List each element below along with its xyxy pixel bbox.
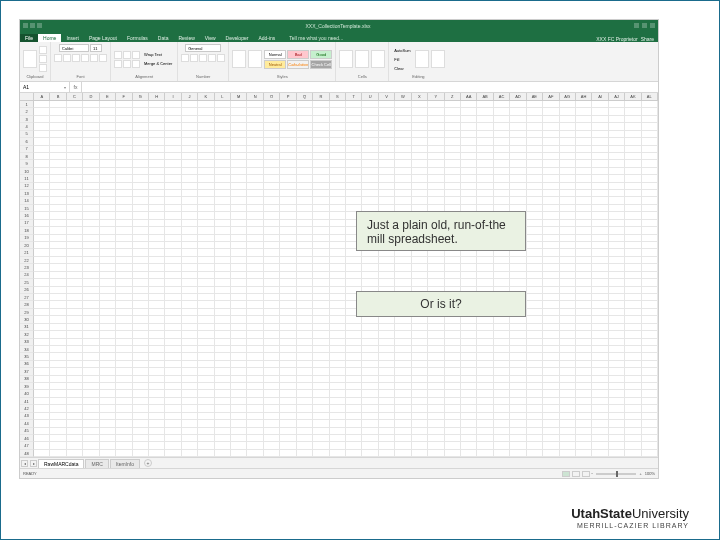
- cell[interactable]: [247, 123, 263, 130]
- cell[interactable]: [543, 212, 559, 219]
- cell[interactable]: [247, 220, 263, 227]
- cell[interactable]: [297, 227, 313, 234]
- underline-button[interactable]: [72, 54, 80, 62]
- cell[interactable]: [215, 442, 231, 449]
- cell[interactable]: [149, 131, 165, 138]
- cell[interactable]: [592, 108, 608, 115]
- cell[interactable]: [297, 146, 313, 153]
- cell[interactable]: [67, 272, 83, 279]
- sheet-tab-2[interactable]: ItemInfo: [110, 459, 140, 468]
- cell[interactable]: [50, 205, 66, 212]
- cell[interactable]: [133, 413, 149, 420]
- cell[interactable]: [198, 405, 214, 412]
- cell[interactable]: [576, 212, 592, 219]
- cell[interactable]: [215, 242, 231, 249]
- cell[interactable]: [428, 279, 444, 286]
- cell[interactable]: [510, 272, 526, 279]
- col-header[interactable]: E: [100, 93, 116, 101]
- cell[interactable]: [198, 309, 214, 316]
- cell[interactable]: [198, 123, 214, 130]
- font-size-dropdown[interactable]: 11: [90, 44, 102, 52]
- cell[interactable]: [231, 398, 247, 405]
- cell[interactable]: [543, 153, 559, 160]
- cell[interactable]: [592, 376, 608, 383]
- cell[interactable]: [330, 205, 346, 212]
- cell[interactable]: [625, 175, 641, 182]
- cell[interactable]: [198, 175, 214, 182]
- row-header[interactable]: 25: [20, 279, 34, 286]
- cell[interactable]: [50, 353, 66, 360]
- cell[interactable]: [395, 353, 411, 360]
- cell[interactable]: [264, 309, 280, 316]
- cell[interactable]: [625, 346, 641, 353]
- cell[interactable]: [297, 249, 313, 256]
- cell[interactable]: [67, 227, 83, 234]
- cell[interactable]: [50, 346, 66, 353]
- cell[interactable]: [379, 101, 395, 108]
- cell[interactable]: [428, 435, 444, 442]
- cell[interactable]: [100, 205, 116, 212]
- cell[interactable]: [330, 235, 346, 242]
- cell[interactable]: [461, 405, 477, 412]
- cell[interactable]: [576, 175, 592, 182]
- cell[interactable]: [395, 339, 411, 346]
- cell[interactable]: [330, 450, 346, 457]
- cell[interactable]: [560, 168, 576, 175]
- cell[interactable]: [510, 146, 526, 153]
- cell[interactable]: [133, 331, 149, 338]
- cell[interactable]: [395, 316, 411, 323]
- cell[interactable]: [215, 428, 231, 435]
- cell[interactable]: [379, 153, 395, 160]
- cell[interactable]: [133, 450, 149, 457]
- cell[interactable]: [313, 220, 329, 227]
- cell[interactable]: [297, 301, 313, 308]
- cell[interactable]: [247, 435, 263, 442]
- cell[interactable]: [560, 138, 576, 145]
- cell[interactable]: [83, 212, 99, 219]
- cell[interactable]: [100, 101, 116, 108]
- col-header[interactable]: W: [395, 93, 411, 101]
- cell[interactable]: [264, 183, 280, 190]
- cell[interactable]: [297, 309, 313, 316]
- cell[interactable]: [560, 353, 576, 360]
- cell[interactable]: [34, 287, 50, 294]
- cell[interactable]: [362, 346, 378, 353]
- cell[interactable]: [609, 435, 625, 442]
- cell[interactable]: [280, 361, 296, 368]
- format-cells-button[interactable]: [371, 50, 385, 68]
- align-bottom[interactable]: [132, 51, 140, 59]
- row-header[interactable]: 21: [20, 249, 34, 256]
- cell[interactable]: [83, 108, 99, 115]
- cell[interactable]: [330, 420, 346, 427]
- cell[interactable]: [198, 108, 214, 115]
- cell[interactable]: [247, 227, 263, 234]
- cell[interactable]: [428, 183, 444, 190]
- row-header[interactable]: 48: [20, 450, 34, 457]
- currency-button[interactable]: [181, 54, 189, 62]
- cell[interactable]: [116, 175, 132, 182]
- cell[interactable]: [264, 220, 280, 227]
- tab-page-layout[interactable]: Page Layout: [84, 34, 122, 42]
- cell[interactable]: [642, 405, 658, 412]
- fx-icon[interactable]: fx: [70, 82, 82, 92]
- row-header[interactable]: 34: [20, 346, 34, 353]
- cell[interactable]: [527, 287, 543, 294]
- cell[interactable]: [527, 190, 543, 197]
- cell[interactable]: [149, 435, 165, 442]
- cell[interactable]: [543, 168, 559, 175]
- cell[interactable]: [280, 153, 296, 160]
- cell[interactable]: [362, 153, 378, 160]
- cell[interactable]: [165, 205, 181, 212]
- cell[interactable]: [428, 101, 444, 108]
- cell[interactable]: [428, 442, 444, 449]
- col-header[interactable]: AD: [510, 93, 526, 101]
- cell[interactable]: [313, 116, 329, 123]
- cell[interactable]: [379, 339, 395, 346]
- cell[interactable]: [592, 383, 608, 390]
- cell[interactable]: [346, 257, 362, 264]
- cell[interactable]: [576, 183, 592, 190]
- cell[interactable]: [527, 108, 543, 115]
- cell[interactable]: [642, 331, 658, 338]
- cell[interactable]: [592, 212, 608, 219]
- cell[interactable]: [182, 101, 198, 108]
